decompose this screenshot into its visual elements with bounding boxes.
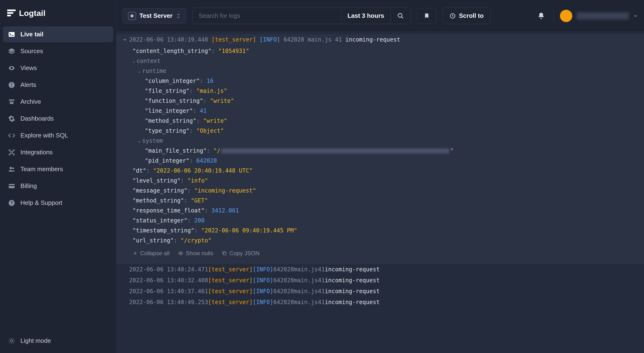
svg-point-9	[13, 154, 14, 155]
sidebar-item-alerts[interactable]: Alerts	[3, 77, 113, 93]
user-name	[576, 12, 629, 20]
chevron-down-icon	[633, 14, 638, 18]
terminal-icon	[8, 31, 15, 38]
sidebar-item-label: Help & Support	[20, 199, 62, 206]
notifications-button[interactable]	[535, 12, 547, 20]
show-nulls-button[interactable]: Show nulls	[178, 248, 213, 258]
log-viewer[interactable]: 2022-06-06 13:40:19.448 [test_server] [I…	[116, 32, 644, 353]
system-toggle[interactable]: ⌄ system	[132, 136, 638, 146]
copy-json-button[interactable]: Copy JSON	[222, 248, 260, 258]
sidebar-item-label: Explore with SQL	[20, 132, 68, 139]
kv-value: "/	[214, 148, 220, 154]
svg-rect-4	[9, 100, 14, 101]
svg-point-11	[12, 167, 14, 169]
sidebar-item-integrations[interactable]: Integrations	[3, 144, 113, 160]
kv-value: "info"	[187, 177, 208, 184]
kv-value: "2022-06-06 09:40:19.445 PM"	[201, 227, 297, 234]
sidebar-item-explore-sql[interactable]: Explore with SQL	[3, 128, 113, 144]
kv-value: "GET"	[191, 197, 208, 204]
log-server: [test_server]	[212, 35, 256, 45]
kv-value: "write"	[203, 118, 227, 124]
sidebar-item-team[interactable]: Team members	[3, 161, 113, 177]
sidebar-item-sources[interactable]: Sources	[3, 43, 113, 59]
sidebar-item-views[interactable]: Views	[3, 60, 113, 76]
main-content: ⬢ Test Server Last 3 hours Scroll to	[116, 0, 644, 353]
eye-icon	[178, 251, 183, 256]
svg-point-6	[9, 150, 10, 151]
time-range-selector[interactable]: Last 3 hours	[341, 8, 390, 24]
nodejs-icon: ⬢	[128, 12, 136, 20]
svg-rect-3	[12, 86, 12, 87]
context-toggle[interactable]: ⌄ context	[132, 56, 638, 66]
alert-icon	[8, 82, 15, 88]
user-menu[interactable]	[560, 10, 638, 22]
detail-actions: Collapse all Show nulls Copy JSON	[132, 246, 638, 263]
svg-rect-13	[9, 185, 15, 186]
log-row-expanded[interactable]: 2022-06-06 13:40:19.448 [test_server] [I…	[116, 34, 644, 45]
log-row[interactable]: 2022-06-06 13:40:37.461 [test_server] [I…	[116, 286, 644, 297]
runtime-toggle[interactable]: ⌄ runtime	[132, 66, 638, 76]
svg-point-10	[10, 167, 12, 169]
kv-value: "write"	[210, 98, 234, 104]
kv-value: 16	[206, 78, 214, 84]
kv-value: "incoming-request"	[194, 187, 256, 194]
svg-point-8	[9, 154, 10, 155]
sidebar-item-label: Team members	[20, 166, 63, 173]
main-nav: Live tail Sources Views Alerts Archive D…	[3, 26, 113, 333]
chevron-down-icon[interactable]	[122, 37, 129, 42]
logtail-icon	[7, 10, 16, 17]
clock-icon	[450, 13, 456, 19]
svg-point-19	[180, 252, 182, 254]
scroll-to-label: Scroll to	[459, 12, 484, 20]
kv-value: 41	[200, 108, 206, 114]
kv-value: "2022-06-06 20:40:19.448 UTC"	[153, 167, 253, 174]
sidebar-item-archive[interactable]: Archive	[3, 94, 113, 110]
collapse-icon	[132, 251, 138, 256]
code-icon	[8, 132, 15, 139]
log-row[interactable]: 2022-06-06 13:40:24.471 [test_server] [I…	[116, 264, 644, 275]
sidebar-item-help[interactable]: ? Help & Support	[3, 195, 113, 211]
sun-icon	[8, 337, 15, 344]
search-input[interactable]	[192, 8, 341, 24]
source-selector[interactable]: ⬢ Test Server	[122, 8, 186, 24]
eye-icon	[8, 64, 15, 72]
bookmark-button[interactable]	[417, 8, 436, 24]
sidebar-item-label: Alerts	[20, 81, 36, 88]
sidebar-item-dashboards[interactable]: Dashboards	[3, 110, 113, 126]
chevron-updown-icon	[176, 13, 181, 19]
log-message: incoming-request	[345, 35, 400, 45]
collapse-all-button[interactable]: Collapse all	[132, 248, 170, 258]
log-file: main.js	[308, 35, 332, 45]
search-bar: Last 3 hours	[192, 8, 411, 24]
topbar: ⬢ Test Server Last 3 hours Scroll to	[116, 0, 644, 32]
redacted-path	[221, 148, 449, 154]
sidebar-item-label: Dashboards	[20, 115, 54, 122]
search-button[interactable]	[390, 8, 410, 24]
kv-value: "1054931"	[218, 48, 249, 54]
kv-value: 642028	[196, 158, 217, 164]
bell-icon	[538, 12, 545, 20]
kv-value: "/crypto"	[180, 237, 211, 244]
svg-text:?: ?	[10, 200, 13, 205]
archive-icon	[8, 98, 15, 106]
search-icon	[397, 12, 404, 19]
log-level: [INFO]	[260, 35, 280, 45]
users-icon	[8, 166, 15, 173]
theme-toggle[interactable]: Light mode	[3, 333, 113, 349]
sidebar-item-label: Sources	[20, 48, 43, 55]
svg-point-17	[398, 13, 402, 17]
log-pid: 642028	[284, 35, 304, 45]
sidebar-item-live-tail[interactable]: Live tail	[3, 26, 113, 42]
brand-logo[interactable]: Logtail	[3, 4, 113, 26]
svg-point-7	[13, 150, 14, 151]
stack-icon	[8, 48, 15, 55]
svg-rect-0	[9, 32, 15, 37]
log-row[interactable]: 2022-06-06 13:40:32.408 [test_server] [I…	[116, 275, 644, 286]
sidebar-item-label: Archive	[20, 98, 41, 106]
log-row[interactable]: 2022-06-06 13:40:49.253 [test_server] [I…	[116, 297, 644, 308]
help-icon: ?	[8, 200, 15, 206]
sidebar-item-billing[interactable]: Billing	[3, 178, 113, 194]
svg-rect-2	[12, 83, 12, 86]
scroll-to-button[interactable]: Scroll to	[443, 8, 490, 24]
log-detail-panel: "content_length_string": "1054931" ⌄ con…	[116, 45, 644, 264]
